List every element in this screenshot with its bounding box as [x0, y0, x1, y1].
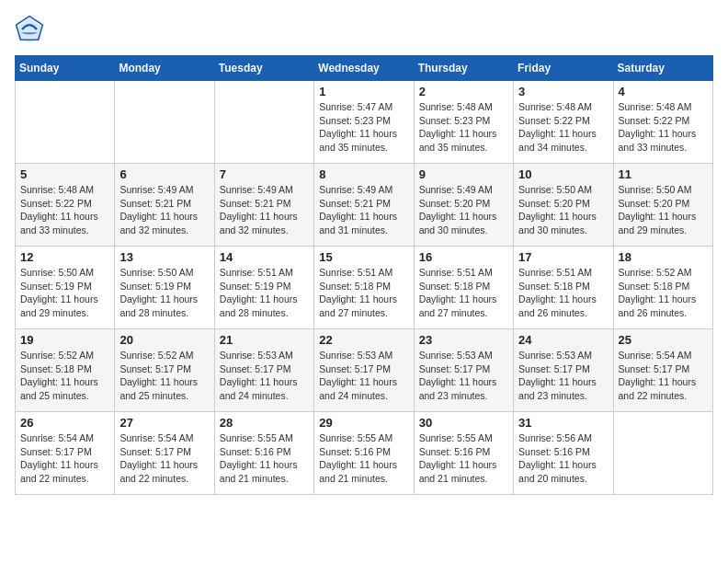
- calendar-cell: 8Sunrise: 5:49 AM Sunset: 5:21 PM Daylig…: [314, 164, 414, 247]
- calendar-cell: 14Sunrise: 5:51 AM Sunset: 5:19 PM Dayli…: [214, 247, 313, 329]
- day-info: Sunrise: 5:48 AM Sunset: 5:22 PM Dayligh…: [518, 100, 608, 155]
- calendar-cell: 15Sunrise: 5:51 AM Sunset: 5:18 PM Dayli…: [314, 247, 414, 329]
- calendar-cell: 11Sunrise: 5:50 AM Sunset: 5:20 PM Dayli…: [613, 164, 712, 247]
- calendar-cell: 22Sunrise: 5:53 AM Sunset: 5:17 PM Dayli…: [314, 329, 414, 412]
- calendar-cell: 12Sunrise: 5:50 AM Sunset: 5:19 PM Dayli…: [16, 247, 115, 329]
- day-info: Sunrise: 5:49 AM Sunset: 5:20 PM Dayligh…: [419, 183, 508, 237]
- day-number: 27: [119, 416, 209, 430]
- day-info: Sunrise: 5:48 AM Sunset: 5:22 PM Dayligh…: [20, 183, 109, 237]
- day-info: Sunrise: 5:53 AM Sunset: 5:17 PM Dayligh…: [419, 349, 508, 403]
- day-number: 15: [319, 250, 408, 264]
- day-number: 7: [220, 167, 309, 181]
- day-number: 9: [419, 167, 508, 181]
- calendar-cell: 16Sunrise: 5:51 AM Sunset: 5:18 PM Dayli…: [414, 247, 513, 329]
- day-info: Sunrise: 5:47 AM Sunset: 5:23 PM Dayligh…: [319, 100, 408, 155]
- calendar-week-row: 26Sunrise: 5:54 AM Sunset: 5:17 PM Dayli…: [16, 412, 713, 495]
- calendar-cell: 20Sunrise: 5:52 AM Sunset: 5:17 PM Dayli…: [115, 329, 214, 412]
- calendar-cell: 17Sunrise: 5:51 AM Sunset: 5:18 PM Dayli…: [514, 247, 613, 329]
- day-info: Sunrise: 5:49 AM Sunset: 5:21 PM Dayligh…: [220, 183, 309, 237]
- day-number: 16: [419, 250, 508, 264]
- day-of-week-header: Saturday: [613, 56, 712, 81]
- day-number: 13: [119, 250, 209, 264]
- day-info: Sunrise: 5:53 AM Sunset: 5:17 PM Dayligh…: [220, 349, 309, 403]
- calendar-week-row: 5Sunrise: 5:48 AM Sunset: 5:22 PM Daylig…: [16, 164, 713, 247]
- day-info: Sunrise: 5:50 AM Sunset: 5:19 PM Dayligh…: [119, 266, 209, 320]
- day-number: 29: [319, 416, 408, 430]
- day-info: Sunrise: 5:55 AM Sunset: 5:16 PM Dayligh…: [419, 431, 508, 486]
- day-of-week-header: Wednesday: [314, 56, 414, 81]
- day-of-week-header: Friday: [514, 56, 613, 81]
- day-number: 30: [419, 416, 508, 430]
- day-info: Sunrise: 5:52 AM Sunset: 5:18 PM Dayligh…: [20, 349, 109, 403]
- calendar-cell: 7Sunrise: 5:49 AM Sunset: 5:21 PM Daylig…: [214, 164, 313, 247]
- day-of-week-header: Sunday: [16, 56, 115, 81]
- day-number: 23: [419, 333, 508, 347]
- calendar-cell: 26Sunrise: 5:54 AM Sunset: 5:17 PM Dayli…: [16, 412, 115, 495]
- page-header: [15, 15, 713, 44]
- calendar-cell: 10Sunrise: 5:50 AM Sunset: 5:20 PM Dayli…: [514, 164, 613, 247]
- day-info: Sunrise: 5:50 AM Sunset: 5:20 PM Dayligh…: [518, 183, 608, 237]
- calendar-cell: 23Sunrise: 5:53 AM Sunset: 5:17 PM Dayli…: [414, 329, 513, 412]
- day-info: Sunrise: 5:48 AM Sunset: 5:23 PM Dayligh…: [419, 100, 508, 155]
- day-of-week-header: Thursday: [414, 56, 513, 81]
- day-info: Sunrise: 5:49 AM Sunset: 5:21 PM Dayligh…: [319, 183, 408, 237]
- day-number: 6: [119, 167, 209, 181]
- day-info: Sunrise: 5:50 AM Sunset: 5:19 PM Dayligh…: [20, 266, 109, 320]
- day-info: Sunrise: 5:53 AM Sunset: 5:17 PM Dayligh…: [319, 349, 408, 403]
- day-number: 24: [518, 333, 608, 347]
- day-info: Sunrise: 5:53 AM Sunset: 5:17 PM Dayligh…: [518, 349, 608, 403]
- calendar-week-row: 1Sunrise: 5:47 AM Sunset: 5:23 PM Daylig…: [16, 81, 713, 164]
- calendar-cell: 25Sunrise: 5:54 AM Sunset: 5:17 PM Dayli…: [613, 329, 712, 412]
- day-info: Sunrise: 5:56 AM Sunset: 5:16 PM Dayligh…: [518, 431, 608, 486]
- day-of-week-header: Tuesday: [214, 56, 313, 81]
- day-info: Sunrise: 5:49 AM Sunset: 5:21 PM Dayligh…: [119, 183, 209, 237]
- calendar-cell: 3Sunrise: 5:48 AM Sunset: 5:22 PM Daylig…: [514, 81, 613, 164]
- day-number: 5: [20, 167, 109, 181]
- days-of-week-row: SundayMondayTuesdayWednesdayThursdayFrid…: [16, 56, 713, 81]
- calendar-cell: 2Sunrise: 5:48 AM Sunset: 5:23 PM Daylig…: [414, 81, 513, 164]
- calendar-cell: [115, 81, 214, 164]
- calendar-week-row: 19Sunrise: 5:52 AM Sunset: 5:18 PM Dayli…: [16, 329, 713, 412]
- day-number: 4: [619, 85, 708, 98]
- day-info: Sunrise: 5:51 AM Sunset: 5:19 PM Dayligh…: [220, 266, 309, 320]
- day-number: 12: [20, 250, 109, 264]
- calendar-cell: 24Sunrise: 5:53 AM Sunset: 5:17 PM Dayli…: [514, 329, 613, 412]
- calendar-cell: [16, 81, 115, 164]
- calendar-cell: 21Sunrise: 5:53 AM Sunset: 5:17 PM Dayli…: [214, 329, 313, 412]
- calendar-cell: 30Sunrise: 5:55 AM Sunset: 5:16 PM Dayli…: [414, 412, 513, 495]
- day-number: 3: [518, 85, 608, 98]
- day-number: 17: [518, 250, 608, 264]
- calendar-cell: 1Sunrise: 5:47 AM Sunset: 5:23 PM Daylig…: [314, 81, 414, 164]
- day-number: 19: [20, 333, 109, 347]
- day-info: Sunrise: 5:54 AM Sunset: 5:17 PM Dayligh…: [119, 431, 209, 486]
- logo: [15, 15, 48, 44]
- calendar-table: SundayMondayTuesdayWednesdayThursdayFrid…: [15, 55, 713, 495]
- day-number: 2: [419, 85, 508, 98]
- calendar-cell: 5Sunrise: 5:48 AM Sunset: 5:22 PM Daylig…: [16, 164, 115, 247]
- day-number: 8: [319, 167, 408, 181]
- day-info: Sunrise: 5:52 AM Sunset: 5:17 PM Dayligh…: [119, 349, 209, 403]
- day-number: 18: [619, 250, 708, 264]
- day-info: Sunrise: 5:51 AM Sunset: 5:18 PM Dayligh…: [518, 266, 608, 320]
- day-info: Sunrise: 5:52 AM Sunset: 5:18 PM Dayligh…: [619, 266, 708, 320]
- day-number: 22: [319, 333, 408, 347]
- calendar-cell: 31Sunrise: 5:56 AM Sunset: 5:16 PM Dayli…: [514, 412, 613, 495]
- day-number: 1: [319, 85, 408, 98]
- calendar-cell: 27Sunrise: 5:54 AM Sunset: 5:17 PM Dayli…: [115, 412, 214, 495]
- logo-icon: [15, 15, 44, 44]
- day-number: 31: [518, 416, 608, 430]
- day-number: 26: [20, 416, 109, 430]
- day-info: Sunrise: 5:54 AM Sunset: 5:17 PM Dayligh…: [619, 349, 708, 403]
- calendar-cell: 4Sunrise: 5:48 AM Sunset: 5:22 PM Daylig…: [613, 81, 712, 164]
- day-number: 28: [220, 416, 309, 430]
- day-of-week-header: Monday: [115, 56, 214, 81]
- day-number: 20: [119, 333, 209, 347]
- calendar-cell: 28Sunrise: 5:55 AM Sunset: 5:16 PM Dayli…: [214, 412, 313, 495]
- day-number: 21: [220, 333, 309, 347]
- calendar-cell: 6Sunrise: 5:49 AM Sunset: 5:21 PM Daylig…: [115, 164, 214, 247]
- day-number: 10: [518, 167, 608, 181]
- day-info: Sunrise: 5:51 AM Sunset: 5:18 PM Dayligh…: [319, 266, 408, 320]
- day-info: Sunrise: 5:55 AM Sunset: 5:16 PM Dayligh…: [220, 431, 309, 486]
- day-info: Sunrise: 5:51 AM Sunset: 5:18 PM Dayligh…: [419, 266, 508, 320]
- day-info: Sunrise: 5:54 AM Sunset: 5:17 PM Dayligh…: [20, 431, 109, 486]
